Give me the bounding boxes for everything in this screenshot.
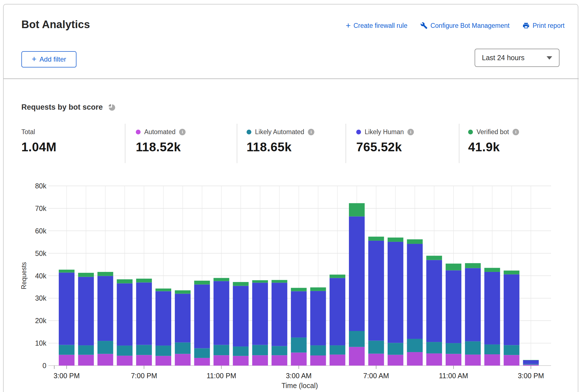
chart-bar-segment[interactable]: [155, 291, 171, 346]
chart-bar-segment[interactable]: [175, 343, 191, 354]
chart-bar-segment[interactable]: [175, 290, 191, 294]
chart-bar-segment[interactable]: [213, 281, 229, 345]
chart-bar-segment[interactable]: [117, 356, 132, 366]
chart-bar-segment[interactable]: [213, 355, 229, 366]
create-firewall-rule-link[interactable]: + Create firewall rule: [346, 21, 407, 30]
chart-bar-segment[interactable]: [446, 343, 461, 354]
chart-bar-segment[interactable]: [368, 341, 384, 353]
chart-bar-segment[interactable]: [446, 354, 461, 366]
chart-bar-segment[interactable]: [330, 278, 345, 345]
chart-bar-segment[interactable]: [233, 286, 249, 346]
chart-bar-segment[interactable]: [484, 344, 500, 354]
chart-bar-segment[interactable]: [368, 237, 384, 241]
chart-bar-segment[interactable]: [504, 345, 519, 355]
chart-bar-segment[interactable]: [504, 274, 519, 345]
chart-bar-segment[interactable]: [252, 283, 268, 345]
info-icon[interactable]: i: [308, 129, 314, 135]
chart-bar-segment[interactable]: [446, 263, 461, 270]
chart-bar-segment[interactable]: [426, 353, 442, 366]
info-icon[interactable]: i: [513, 129, 519, 135]
chart-bar-segment[interactable]: [136, 282, 152, 345]
chart-bar-segment[interactable]: [407, 239, 423, 244]
chart-bar-segment[interactable]: [504, 271, 519, 274]
chart-bar-segment[interactable]: [155, 346, 171, 356]
chart-bar-segment[interactable]: [98, 354, 113, 366]
info-icon[interactable]: i: [407, 129, 414, 135]
chart-bar-segment[interactable]: [368, 241, 384, 341]
chart-bar-segment[interactable]: [155, 356, 171, 366]
chart-bar-segment[interactable]: [426, 260, 442, 342]
chart-bar-segment[interactable]: [194, 285, 210, 348]
chart-bar-segment[interactable]: [310, 345, 326, 355]
chart-bar-segment[interactable]: [446, 270, 461, 343]
chart-bar-segment[interactable]: [272, 355, 287, 366]
chart-bar-segment[interactable]: [117, 279, 132, 283]
chart-bar-segment[interactable]: [349, 331, 365, 347]
chart-bar-segment[interactable]: [233, 346, 249, 356]
chart-bar-segment[interactable]: [136, 279, 152, 283]
chart-bar-segment[interactable]: [426, 256, 442, 260]
chart-bar-segment[interactable]: [368, 354, 384, 366]
chart-bar-segment[interactable]: [465, 341, 481, 355]
chart-bar-segment[interactable]: [291, 291, 307, 338]
chart-bar-segment[interactable]: [59, 355, 75, 366]
chart-bar-segment[interactable]: [523, 360, 539, 360]
chart-bar-segment[interactable]: [194, 358, 210, 366]
chart-bar-segment[interactable]: [330, 345, 345, 355]
add-filter-button[interactable]: + Add filter: [21, 51, 76, 67]
chart-bar-segment[interactable]: [272, 280, 287, 283]
chart-bar-segment[interactable]: [388, 242, 403, 343]
chart-bar-segment[interactable]: [136, 345, 152, 355]
chart-bar-segment[interactable]: [175, 294, 191, 342]
chart-bar-segment[interactable]: [98, 276, 113, 341]
chart-bar-segment[interactable]: [78, 273, 94, 277]
chart-bar-segment[interactable]: [291, 288, 307, 291]
chart-bar-segment[interactable]: [117, 346, 132, 356]
chart-bar-segment[interactable]: [272, 346, 287, 355]
chart-bar-segment[interactable]: [78, 355, 94, 366]
chart-bar-segment[interactable]: [59, 272, 75, 345]
chart-bar-segment[interactable]: [194, 281, 210, 285]
chart-bar-segment[interactable]: [213, 278, 229, 281]
info-icon[interactable]: i: [179, 129, 186, 135]
chart-bar-segment[interactable]: [523, 364, 539, 364]
chart-bar-segment[interactable]: [78, 277, 94, 345]
chart-bar-segment[interactable]: [59, 270, 75, 272]
chart-bar-segment[interactable]: [504, 355, 519, 366]
chart-bar-segment[interactable]: [194, 348, 210, 358]
chart-bar-segment[interactable]: [136, 355, 152, 366]
chart-bar-segment[interactable]: [388, 343, 403, 355]
chart-bar-segment[interactable]: [388, 355, 403, 366]
chart-bar-segment[interactable]: [407, 352, 423, 366]
chart-bar-segment[interactable]: [252, 355, 268, 366]
chart-bar-segment[interactable]: [155, 289, 171, 291]
chart-bar-segment[interactable]: [310, 291, 326, 345]
chart-bar-segment[interactable]: [310, 355, 326, 366]
chart-bar-segment[interactable]: [175, 354, 191, 366]
chart-bar-segment[interactable]: [233, 356, 249, 366]
chart-bar-segment[interactable]: [349, 203, 365, 217]
chart-bar-segment[interactable]: [484, 272, 500, 344]
chart-bar-segment[interactable]: [465, 355, 481, 366]
chart-bar-segment[interactable]: [349, 347, 365, 366]
chart-bar-segment[interactable]: [272, 283, 287, 346]
print-report-link[interactable]: Print report: [522, 22, 565, 30]
chart-bar-segment[interactable]: [407, 244, 423, 339]
chart-bar-segment[interactable]: [465, 268, 481, 341]
chart-bar-segment[interactable]: [291, 337, 307, 353]
chart-bar-segment[interactable]: [59, 345, 75, 355]
chart-bar-segment[interactable]: [98, 272, 113, 276]
chart-bar-segment[interactable]: [310, 287, 326, 291]
chart-bar-segment[interactable]: [426, 342, 442, 353]
chart-bar-segment[interactable]: [484, 268, 500, 272]
chart-bar-segment[interactable]: [233, 282, 249, 286]
chart-bar-segment[interactable]: [407, 339, 423, 352]
chart-bar-segment[interactable]: [291, 353, 307, 366]
chart-bar-segment[interactable]: [388, 238, 403, 242]
chart-bar-segment[interactable]: [98, 341, 113, 354]
chart-bar-segment[interactable]: [465, 263, 481, 268]
chart-bar-segment[interactable]: [349, 217, 365, 331]
chart-bar-segment[interactable]: [252, 345, 268, 355]
chart-bar-segment[interactable]: [523, 360, 539, 364]
chart-bar-segment[interactable]: [117, 283, 132, 346]
